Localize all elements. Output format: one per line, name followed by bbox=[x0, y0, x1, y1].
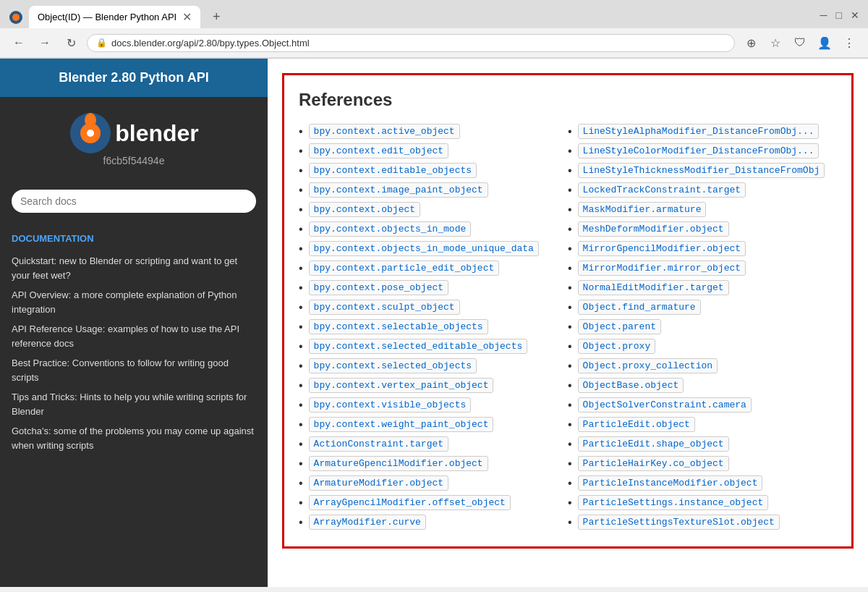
profile-button[interactable]: 👤 bbox=[814, 33, 835, 53]
list-item: •Object.proxy bbox=[568, 337, 837, 356]
bullet: • bbox=[299, 457, 303, 470]
list-item: •bpy.context.particle_edit_object bbox=[299, 258, 568, 278]
ref-link[interactable]: Object.parent bbox=[578, 319, 661, 334]
ref-link[interactable]: ParticleSettingsTextureSlot.object bbox=[578, 515, 780, 530]
sidebar-link-quickstart[interactable]: Quickstart: new to Blender or scripting … bbox=[12, 251, 256, 285]
active-tab[interactable]: Object(ID) — Blender Python API ✕ bbox=[29, 6, 200, 28]
sidebar-link-best-practice[interactable]: Best Practice: Conventions to follow for… bbox=[12, 353, 256, 387]
ref-link[interactable]: ParticleSettings.instance_object bbox=[578, 495, 769, 510]
ref-link[interactable]: bpy.context.objects_in_mode_unique_data bbox=[309, 241, 539, 256]
ref-link[interactable]: bpy.context.active_object bbox=[309, 124, 460, 139]
search-input[interactable] bbox=[12, 190, 256, 213]
ref-link[interactable]: bpy.context.particle_edit_object bbox=[309, 261, 500, 276]
list-item: •ParticleEdit.object bbox=[568, 415, 837, 434]
url-text: docs.blender.org/api/2.80/bpy.types.Obje… bbox=[111, 38, 726, 48]
sidebar-link-tips[interactable]: Tips and Tricks: Hints to help you while… bbox=[12, 387, 256, 421]
bookmark-button[interactable]: ☆ bbox=[765, 33, 786, 53]
ref-link[interactable]: MirrorGpencilModifier.object bbox=[578, 241, 746, 256]
ref-link[interactable]: bpy.context.editable_objects bbox=[309, 163, 477, 178]
bullet: • bbox=[568, 125, 572, 138]
bullet: • bbox=[299, 340, 303, 353]
ref-link[interactable]: bpy.context.vertex_paint_object bbox=[309, 378, 494, 393]
list-item: •Object.proxy_collection bbox=[568, 356, 837, 376]
tab-close-button[interactable]: ✕ bbox=[182, 10, 192, 24]
ref-link[interactable]: bpy.context.edit_object bbox=[309, 143, 448, 158]
ref-link[interactable]: ParticleEdit.object bbox=[578, 417, 695, 432]
ref-link[interactable]: bpy.context.selected_objects bbox=[309, 358, 477, 373]
close-button[interactable]: ✕ bbox=[851, 9, 859, 21]
bullet: • bbox=[568, 340, 572, 353]
bullet: • bbox=[568, 184, 572, 197]
ref-link[interactable]: ArmatureGpencilModifier.object bbox=[309, 456, 488, 471]
ref-link[interactable]: bpy.context.selectable_objects bbox=[309, 319, 488, 334]
bullet: • bbox=[299, 516, 303, 529]
back-button[interactable]: ← bbox=[9, 33, 29, 53]
list-item: •LockedTrackConstraint.target bbox=[568, 180, 837, 200]
ref-link[interactable]: bpy.context.image_paint_object bbox=[309, 182, 488, 198]
ref-link[interactable]: bpy.context.pose_object bbox=[309, 280, 448, 295]
bullet: • bbox=[299, 282, 303, 295]
list-item: •ObjectSolverConstraint.camera bbox=[568, 395, 837, 415]
bullet: • bbox=[568, 282, 572, 295]
svg-point-1 bbox=[12, 14, 20, 21]
ref-link[interactable]: bpy.context.visible_objects bbox=[309, 397, 472, 413]
ref-link[interactable]: bpy.context.sculpt_object bbox=[309, 300, 460, 315]
ref-link[interactable]: MeshDeformModifier.object bbox=[578, 221, 729, 237]
ref-link[interactable]: ArrayModifier.curve bbox=[309, 515, 426, 530]
extension-button[interactable]: 🛡 bbox=[790, 33, 810, 53]
ref-link[interactable]: MaskModifier.armature bbox=[578, 202, 707, 217]
hash-text: f6cb5f54494e bbox=[14, 155, 253, 175]
list-item: •bpy.context.editable_objects bbox=[299, 161, 568, 180]
logo-area: blender f6cb5f54494e bbox=[0, 97, 268, 190]
forward-button[interactable]: → bbox=[35, 33, 55, 53]
ref-link[interactable]: ArrayGpencilModifier.offset_object bbox=[309, 495, 511, 510]
list-item: •Object.find_armature bbox=[568, 297, 837, 317]
ref-link[interactable]: LineStyleAlphaModifier_DistanceFromObj..… bbox=[578, 124, 820, 139]
section-title: DOCUMENTATION bbox=[12, 233, 256, 244]
list-item: •ArrayModifier.curve bbox=[299, 512, 568, 532]
new-tab-button[interactable]: + bbox=[206, 7, 226, 28]
ref-link[interactable]: Object.find_armature bbox=[578, 300, 701, 315]
list-item: •bpy.context.visible_objects bbox=[299, 395, 568, 415]
bullet: • bbox=[299, 496, 303, 509]
blender-logo-svg bbox=[69, 111, 112, 155]
bullet: • bbox=[299, 145, 303, 158]
ref-link[interactable]: ParticleEdit.shape_object bbox=[578, 436, 729, 452]
list-item: •bpy.context.objects_in_mode bbox=[299, 219, 568, 239]
bullet: • bbox=[568, 496, 572, 509]
reload-button[interactable]: ↻ bbox=[61, 33, 81, 53]
ref-link[interactable]: ArmatureModifier.object bbox=[309, 475, 448, 491]
ref-link[interactable]: ParticleHairKey.co_object bbox=[578, 456, 729, 471]
ref-link[interactable]: Object.proxy_collection bbox=[578, 358, 718, 373]
sidebar-link-gotchas[interactable]: Gotcha's: some of the problems you may c… bbox=[12, 421, 256, 455]
ref-link[interactable]: ParticleInstanceModifier.object bbox=[578, 475, 763, 491]
ref-link[interactable]: bpy.context.object bbox=[309, 202, 420, 217]
list-item: •bpy.context.selected_objects bbox=[299, 356, 568, 376]
sidebar-link-api-overview[interactable]: API Overview: a more complete explanatio… bbox=[12, 285, 256, 319]
ref-link[interactable]: bpy.context.selected_editable_objects bbox=[309, 339, 528, 354]
ref-link[interactable]: LockedTrackConstraint.target bbox=[578, 182, 746, 198]
minimize-button[interactable]: ─ bbox=[820, 9, 827, 21]
ref-right-column: •LineStyleAlphaModifier_DistanceFromObj.… bbox=[568, 122, 837, 532]
menu-button[interactable]: ⋮ bbox=[839, 33, 859, 53]
ref-link[interactable]: ObjectSolverConstraint.camera bbox=[578, 397, 752, 413]
ref-link[interactable]: ObjectBase.object bbox=[578, 378, 684, 393]
list-item: •bpy.context.objects_in_mode_unique_data bbox=[299, 239, 568, 258]
ref-link[interactable]: bpy.context.objects_in_mode bbox=[309, 221, 472, 237]
ref-link[interactable]: LineStyleThicknessModifier_DistanceFromO… bbox=[578, 163, 825, 178]
list-item: •bpy.context.selected_editable_objects bbox=[299, 337, 568, 356]
ref-link[interactable]: ActionConstraint.target bbox=[309, 436, 448, 452]
maximize-button[interactable]: □ bbox=[836, 9, 842, 21]
address-bar[interactable]: 🔒 docs.blender.org/api/2.80/bpy.types.Ob… bbox=[87, 34, 735, 52]
translate-button[interactable]: ⊕ bbox=[741, 33, 761, 53]
bullet: • bbox=[568, 145, 572, 158]
ref-link[interactable]: NormalEditModifier.target bbox=[578, 280, 729, 295]
svg-point-4 bbox=[87, 130, 94, 137]
ref-link[interactable]: MirrorModifier.mirror_object bbox=[578, 261, 746, 276]
sidebar-link-api-reference[interactable]: API Reference Usage: examples of how to … bbox=[12, 319, 256, 353]
ref-link[interactable]: Object.proxy bbox=[578, 339, 656, 354]
sidebar-section: DOCUMENTATION Quickstart: new to Blender… bbox=[0, 224, 268, 458]
tab-title: Object(ID) — Blender Python API bbox=[38, 12, 176, 22]
ref-link[interactable]: bpy.context.weight_paint_object bbox=[309, 417, 494, 432]
ref-link[interactable]: LineStyleColorModifier_DistanceFromObj..… bbox=[578, 143, 820, 158]
